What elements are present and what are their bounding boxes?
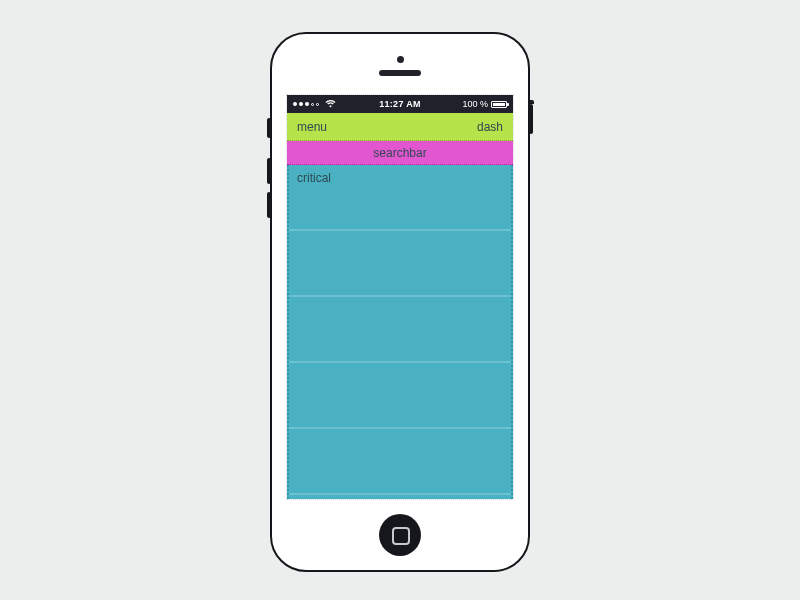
- front-camera: [397, 56, 404, 63]
- list-item[interactable]: critical: [289, 165, 511, 231]
- menu-button[interactable]: menu: [297, 120, 327, 134]
- nav-bar: menu dash: [287, 113, 513, 141]
- list-item[interactable]: [289, 363, 511, 429]
- battery-icon: [491, 101, 507, 108]
- volume-down-button: [267, 192, 271, 218]
- dash-button[interactable]: dash: [477, 120, 503, 134]
- search-bar[interactable]: searchbar: [287, 141, 513, 165]
- earpiece: [379, 70, 421, 76]
- status-bar: 11:27 AM 100 %: [287, 95, 513, 113]
- volume-up-button: [267, 158, 271, 184]
- list-item[interactable]: [289, 231, 511, 297]
- power-button: [529, 104, 533, 134]
- mute-switch: [267, 118, 271, 138]
- list-item[interactable]: [289, 429, 511, 495]
- status-time: 11:27 AM: [287, 99, 513, 109]
- list-item[interactable]: [289, 297, 511, 363]
- list[interactable]: critical: [287, 165, 513, 499]
- phone-frame: 11:27 AM 100 % menu dash searchbar criti…: [270, 32, 530, 572]
- list-item-label: critical: [297, 171, 331, 185]
- screen: 11:27 AM 100 % menu dash searchbar criti…: [286, 94, 514, 500]
- home-button[interactable]: [379, 514, 421, 556]
- search-bar-label: searchbar: [373, 146, 426, 160]
